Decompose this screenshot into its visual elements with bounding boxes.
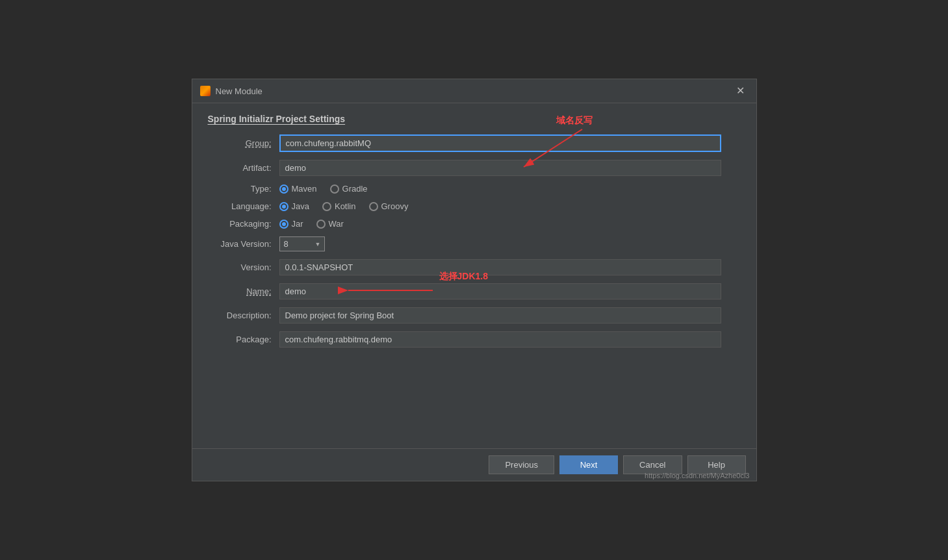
package-label: Package: [208, 335, 279, 344]
lang-kotlin-label: Kotlin [335, 201, 356, 211]
package-row: Package: [208, 331, 741, 348]
domain-annotation: 域名反写 [556, 115, 593, 127]
new-module-dialog: New Module ✕ Spring Initializr Project S… [192, 79, 757, 481]
pack-war-radio[interactable] [316, 220, 326, 229]
description-row: Description: [208, 307, 741, 324]
lang-kotlin-radio[interactable] [322, 202, 331, 211]
type-maven-label: Maven [292, 184, 317, 194]
packaging-row: Packaging: Jar War [208, 219, 741, 229]
language-radio-group: Java Kotlin Groovy [279, 201, 409, 211]
pack-jar-label: Jar [292, 219, 303, 229]
java-version-label: Java Version: [208, 239, 279, 249]
version-label: Version: [208, 262, 279, 272]
version-input[interactable] [279, 259, 721, 275]
section-title: Spring Initializr Project Settings [208, 114, 741, 124]
type-gradle-radio[interactable] [330, 185, 339, 194]
lang-groovy-radio[interactable] [369, 202, 378, 211]
package-input[interactable] [279, 331, 721, 348]
packaging-label: Packaging: [208, 219, 279, 229]
java-version-select[interactable]: 8 11 17 [279, 236, 325, 251]
packaging-radio-group: Jar War [279, 219, 344, 229]
name-input[interactable] [279, 283, 721, 299]
pack-war-label: War [329, 219, 344, 229]
description-label: Description: [208, 311, 279, 320]
lang-kotlin-item[interactable]: Kotlin [322, 201, 356, 211]
java-version-row: Java Version: 8 11 17 [208, 236, 741, 251]
name-row: Name: [208, 283, 741, 299]
type-maven-item[interactable]: Maven [279, 184, 317, 194]
lang-java-radio[interactable] [279, 202, 288, 211]
description-input[interactable] [279, 307, 721, 324]
pack-jar-radio[interactable] [279, 220, 288, 229]
type-radio-group: Maven Gradle [279, 184, 368, 194]
group-input[interactable] [279, 134, 721, 152]
lang-groovy-label: Groovy [381, 201, 409, 211]
name-label: Name: [208, 286, 279, 296]
dialog-title: New Module [216, 86, 263, 96]
artifact-row: Artifact: [208, 160, 741, 176]
lang-java-item[interactable]: Java [279, 201, 309, 211]
type-maven-radio[interactable] [279, 185, 288, 194]
artifact-input[interactable] [279, 160, 721, 176]
app-icon [200, 86, 211, 96]
lang-groovy-item[interactable]: Groovy [369, 201, 409, 211]
language-row: Language: Java Kotlin Groovy [208, 201, 741, 211]
type-label: Type: [208, 184, 279, 194]
dialog-content: Spring Initializr Project Settings Group… [192, 103, 756, 448]
artifact-label: Artifact: [208, 163, 279, 173]
type-gradle-item[interactable]: Gradle [330, 184, 368, 194]
group-label: Group: [208, 138, 279, 148]
next-button[interactable]: Next [559, 455, 618, 474]
pack-war-item[interactable]: War [316, 219, 344, 229]
type-gradle-label: Gradle [342, 184, 368, 194]
watermark-url: https://blog.csdn.net/MyAzhe0ci3 [645, 472, 749, 479]
jdk-annotation: 选择JDK1.8 [439, 271, 488, 283]
pack-jar-item[interactable]: Jar [279, 219, 303, 229]
java-version-wrapper[interactable]: 8 11 17 [279, 236, 325, 251]
title-bar-left: New Module [200, 86, 263, 96]
lang-java-label: Java [292, 201, 309, 211]
language-label: Language: [208, 201, 279, 211]
title-bar: New Module ✕ [192, 79, 756, 103]
close-button[interactable]: ✕ [732, 84, 749, 97]
previous-button[interactable]: Previous [489, 455, 554, 474]
group-row: Group: [208, 134, 741, 152]
type-row: Type: Maven Gradle [208, 184, 741, 194]
